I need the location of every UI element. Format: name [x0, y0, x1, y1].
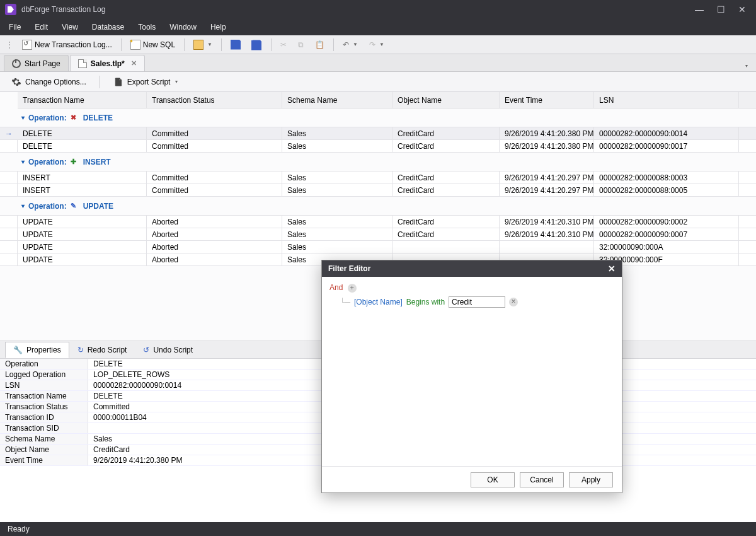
table-row[interactable]: UPDATEAbortedSalesCreditCard9/26/2019 4:…	[0, 228, 756, 241]
table-row[interactable]: INSERTCommittedSalesCreditCard9/26/2019 …	[0, 172, 756, 184]
document-tabbar: Start Page Sales.tlp* ✕ ▾	[0, 54, 756, 72]
tab-properties[interactable]: 🔧 Properties	[5, 342, 69, 358]
menu-tools[interactable]: Tools	[132, 20, 162, 34]
table-row[interactable]: →DELETECommittedSalesCreditCard9/26/2019…	[0, 127, 756, 140]
cell: UPDATE	[18, 241, 147, 253]
menu-file[interactable]: File	[3, 20, 27, 34]
sub-toolbar: Change Options... Export Script ▾	[0, 72, 756, 92]
tab-close-icon[interactable]: ✕	[131, 59, 137, 67]
dropdown-icon: ▼	[353, 42, 358, 47]
save-button[interactable]	[226, 37, 245, 52]
new-sql-icon	[130, 40, 140, 50]
open-button[interactable]: ▼	[189, 37, 217, 52]
col-transaction-name[interactable]: Transaction Name	[18, 92, 147, 108]
export-script-button[interactable]: Export Script ▾	[108, 74, 183, 90]
property-key: Transaction SID	[0, 423, 88, 433]
toolbar-separator	[184, 38, 185, 51]
tab-sales-tlp[interactable]: Sales.tlp* ✕	[70, 55, 145, 71]
dropdown-icon: ▾	[175, 79, 178, 84]
col-transaction-status[interactable]: Transaction Status	[147, 92, 282, 108]
chevron-down-icon: ▾	[21, 202, 25, 209]
copy-button[interactable]: ⧉	[294, 38, 308, 52]
cell: 9/26/2019 4:41:20.310 PM	[500, 216, 594, 228]
row-gutter	[0, 184, 18, 197]
cancel-button[interactable]: Cancel	[520, 472, 564, 487]
toolbar-separator	[271, 38, 272, 51]
menu-database[interactable]: Database	[86, 20, 130, 34]
cut-button[interactable]: ✂	[276, 38, 291, 52]
group-header[interactable]: ▾ Operation: ✚ INSERT	[0, 153, 756, 172]
group-operation: UPDATE	[83, 202, 113, 211]
table-row[interactable]: INSERTCommittedSalesCreditCard9/26/2019 …	[0, 184, 756, 197]
menu-view[interactable]: View	[55, 20, 84, 34]
tab-label: Undo Script	[153, 346, 193, 354]
add-condition-button[interactable]: +	[348, 284, 357, 293]
tab-undo-script[interactable]: ↺ Undo Script	[135, 342, 201, 358]
apply-button[interactable]: Apply	[569, 472, 613, 487]
dialog-titlebar[interactable]: Filter Editor ✕	[322, 260, 622, 277]
group-label: Operation:	[28, 114, 67, 122]
dialog-title: Filter Editor	[328, 264, 370, 273]
paste-button[interactable]: 📋	[311, 38, 329, 52]
change-options-button[interactable]: Change Options...	[6, 74, 91, 90]
toolbar-separator	[121, 38, 122, 51]
property-key: LSN	[0, 380, 88, 390]
tab-start-page[interactable]: Start Page	[4, 55, 69, 71]
tabbar-overflow-button[interactable]: ▾	[740, 61, 752, 71]
filter-value-input[interactable]	[449, 296, 505, 308]
save-all-icon	[251, 40, 261, 50]
cell: CreditCard	[392, 140, 500, 152]
menu-edit[interactable]: Edit	[28, 20, 54, 34]
col-schema-name[interactable]: Schema Name	[282, 92, 392, 108]
filter-field[interactable]: [Object Name]	[354, 298, 403, 306]
filter-root-operator[interactable]: And	[329, 283, 343, 292]
toolbar-separator	[221, 38, 222, 51]
ok-button[interactable]: OK	[471, 472, 515, 487]
maximize-button[interactable]: ☐	[716, 4, 726, 15]
row-indicator-icon: →	[0, 127, 18, 139]
filter-editor-dialog: Filter Editor ✕ And + └─ [Object Name] B…	[321, 260, 622, 493]
cell: CreditCard	[392, 172, 500, 184]
toolbar-separator	[100, 76, 100, 88]
menu-help[interactable]: Help	[204, 20, 232, 34]
save-all-button[interactable]	[248, 37, 266, 52]
menu-window[interactable]: Window	[163, 20, 203, 34]
cell: 00000282:00000090:0007	[594, 228, 739, 240]
toolbar-grip-icon: ⋮	[4, 40, 15, 49]
wrench-icon: 🔧	[13, 346, 23, 354]
cell: INSERT	[18, 172, 147, 184]
cell: Sales	[282, 184, 392, 196]
new-sql-button[interactable]: New SQL	[126, 37, 180, 52]
cell: Aborted	[147, 216, 282, 228]
col-object-name[interactable]: Object Name	[392, 92, 500, 108]
minimize-button[interactable]: —	[694, 4, 704, 15]
new-transaction-log-button[interactable]: New Transaction Log...	[18, 37, 117, 52]
app-title: dbForge Transaction Log	[21, 5, 694, 14]
cell: DELETE	[18, 140, 147, 152]
filter-operator[interactable]: Begins with	[406, 298, 445, 306]
filter-root-row[interactable]: And +	[329, 283, 614, 293]
property-key: Transaction ID	[0, 412, 88, 422]
tab-redo-script[interactable]: ↻ Redo Script	[69, 342, 135, 358]
col-lsn[interactable]: LSN	[594, 92, 739, 108]
undo-button[interactable]: ↶▼	[338, 38, 362, 52]
cell	[500, 241, 594, 253]
property-key: Transaction Status	[0, 402, 88, 412]
close-button[interactable]: ✕	[737, 4, 747, 15]
table-row[interactable]: DELETECommittedSalesCreditCard9/26/2019 …	[0, 140, 756, 153]
chevron-down-icon: ▾	[21, 158, 25, 165]
cell: 9/26/2019 4:41:20.310 PM	[500, 228, 594, 240]
toolbar: ⋮ New Transaction Log... New SQL ▼ ✂ ⧉ 📋…	[0, 35, 756, 54]
group-header[interactable]: ▾ Operation: ✖ DELETE	[0, 108, 756, 127]
remove-condition-button[interactable]: ×	[509, 298, 518, 306]
cell: DELETE	[18, 127, 147, 139]
group-label: Operation:	[28, 202, 67, 211]
group-header[interactable]: ▾ Operation: ✎ UPDATE	[0, 197, 756, 216]
undo-icon: ↺	[143, 346, 149, 354]
dialog-close-button[interactable]: ✕	[608, 264, 616, 274]
table-row[interactable]: UPDATEAbortedSalesCreditCard9/26/2019 4:…	[0, 216, 756, 228]
row-gutter	[0, 216, 18, 228]
redo-button[interactable]: ↷▼	[365, 38, 389, 52]
col-event-time[interactable]: Event Time	[500, 92, 594, 108]
table-row[interactable]: UPDATEAbortedSales32:00000090:000A	[0, 241, 756, 253]
